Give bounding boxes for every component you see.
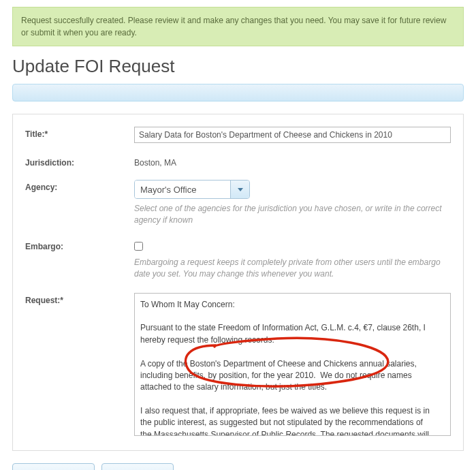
embargo-checkbox[interactable] [134,242,143,251]
success-notice: Request succesfully created. Please revi… [12,7,464,46]
row-request: Request:* [25,293,451,438]
embargo-helper: Embargoing a request keeps it completely… [134,257,451,281]
jurisdiction-value: Boston, MA [134,155,451,168]
chevron-down-icon [238,188,243,191]
accent-bar [12,84,464,101]
title-label: Title:* [25,127,134,139]
form-panel: Title:* Jurisdiction: Boston, MA Agency:… [12,114,464,451]
agency-label: Agency: [25,180,134,192]
row-agency: Agency: Select one of the agencies for t… [25,180,451,227]
button-row: Submit Request Save as Draft [12,463,464,470]
agency-input[interactable] [135,181,230,198]
submit-button[interactable]: Submit Request [12,463,95,470]
agency-helper: Select one of the agencies for the juris… [134,203,451,227]
page-title: Update FOI Request [12,56,464,77]
row-jurisdiction: Jurisdiction: Boston, MA [25,155,451,168]
agency-combobox[interactable] [134,180,250,199]
row-embargo: Embargo: Embargoing a request keeps it c… [25,239,451,281]
request-textarea[interactable] [134,293,451,436]
save-draft-button[interactable]: Save as Draft [101,463,174,470]
agency-dropdown-button[interactable] [230,181,249,198]
embargo-label: Embargo: [25,239,134,251]
jurisdiction-label: Jurisdiction: [25,155,134,168]
title-input[interactable] [134,127,451,143]
request-label: Request:* [25,293,134,305]
row-title: Title:* [25,127,451,143]
